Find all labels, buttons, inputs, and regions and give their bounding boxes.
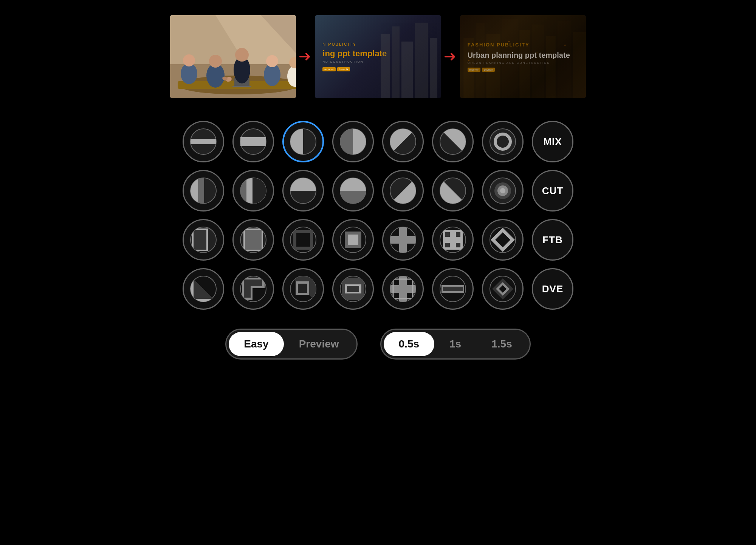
arrow-1 [296,50,315,63]
svg-point-37 [508,41,510,42]
btn-wipe-left-half[interactable] [282,121,324,162]
svg-rect-41 [191,139,216,144]
arrow-2 [441,50,460,63]
svg-point-84 [500,188,505,193]
svg-rect-65 [240,178,246,204]
svg-rect-34 [573,32,586,98]
btn-wipe-h-thin[interactable] [183,121,224,162]
svg-rect-20 [381,34,390,98]
btn-wipe-bottom-half[interactable] [332,170,374,212]
btn-cross-wipe-1[interactable] [382,219,424,261]
button-row-3: FTB [183,219,573,261]
thumb2-tag1: reporter [322,67,336,71]
svg-rect-143 [443,287,463,291]
svg-rect-70 [290,178,316,191]
btn-box-wipe-3[interactable] [282,219,324,261]
svg-rect-96 [296,233,310,247]
btn-wipe-right-half[interactable] [332,121,374,162]
svg-point-35 [468,60,469,61]
btn-cross-wipe-2[interactable] [432,219,474,261]
svg-rect-104 [390,236,416,244]
svg-point-15 [266,55,278,67]
svg-rect-33 [557,21,571,98]
btn-box-wipe-1[interactable] [183,219,224,261]
btn-cut[interactable]: CUT [532,170,573,212]
svg-rect-61 [191,178,198,204]
btn-corner-wipe-1[interactable] [183,268,224,310]
svg-rect-49 [340,129,353,154]
svg-rect-43 [240,137,266,146]
btn-cross-wipe-3[interactable] [382,268,424,310]
bottom-controls: Easy Preview 0.5s 1s 1.5s [225,329,530,360]
svg-point-9 [183,54,195,66]
btn-box-wipe-2[interactable] [232,219,274,261]
svg-rect-22 [401,42,413,98]
time-pill-group: 0.5s 1s 1.5s [380,329,531,360]
svg-rect-24 [430,38,437,98]
btn-wipe-vert-left[interactable] [183,170,224,212]
svg-rect-124 [244,279,262,286]
svg-rect-31 [531,25,544,98]
svg-rect-73 [340,191,366,204]
btn-diamond-reveal[interactable] [482,219,524,261]
button-row-1: MIX [183,121,573,162]
svg-rect-74 [340,178,366,191]
btn-mix[interactable]: MIX [532,121,573,162]
btn-ftb[interactable]: FTB [532,219,573,261]
svg-rect-32 [546,36,556,98]
svg-rect-134 [347,286,359,292]
svg-rect-100 [348,235,358,245]
svg-point-11 [209,55,222,68]
btn-wipe-vert-right[interactable] [232,170,274,212]
btn-corner-wipe-3[interactable] [282,268,324,310]
btn-wipe-diagonal-4[interactable] [432,170,474,212]
svg-rect-138 [390,285,416,293]
preview-thumb-1 [170,15,296,98]
preview-area: N PUBLICITY ing ppt template ND CONSTRUC… [170,15,586,98]
preview-thumb-3: FASHION PUBLICITY Urban planning ppt tem… [460,15,586,98]
svg-point-13 [235,48,249,62]
svg-point-38 [536,52,538,54]
time-0.5s-button[interactable]: 0.5s [384,332,435,356]
btn-wipe-h-bar[interactable] [432,268,474,310]
btn-circle-reveal-inner[interactable] [482,170,524,212]
btn-wipe-diagonal-3[interactable] [382,170,424,212]
transition-buttons-area: MIX [183,121,573,310]
preview-thumb-2: N PUBLICITY ing ppt template ND CONSTRUC… [315,15,441,98]
time-1.5s-button[interactable]: 1.5s [476,332,527,356]
svg-point-36 [479,49,480,50]
btn-wipe-diagonal-2[interactable] [432,121,474,162]
btn-box-wipe-4[interactable] [332,219,374,261]
svg-rect-129 [298,284,307,293]
svg-rect-67 [253,178,266,204]
btn-dve[interactable]: DVE [532,268,573,310]
btn-wipe-h-medium[interactable] [232,121,274,162]
easy-button[interactable]: Easy [229,332,284,356]
svg-rect-27 [476,23,484,98]
svg-rect-62 [198,178,204,204]
svg-rect-7 [232,86,251,87]
btn-wipe-top-half[interactable] [282,170,324,212]
svg-rect-46 [290,129,303,154]
btn-wipe-diagonal-1[interactable] [382,121,424,162]
svg-rect-110 [443,237,463,243]
svg-rect-29 [502,19,518,98]
btn-corner-wipe-4[interactable] [332,268,374,310]
svg-rect-21 [392,26,400,98]
svg-rect-92 [245,230,262,250]
btn-diamond-reveal-2[interactable] [482,268,524,310]
btn-circle-reveal-outer[interactable] [482,121,524,162]
time-1s-button[interactable]: 1s [434,332,476,356]
btn-corner-wipe-2[interactable] [232,268,274,310]
preview-button[interactable]: Preview [284,332,354,356]
svg-rect-26 [463,38,474,98]
svg-rect-50 [353,129,366,154]
button-row-2: CUT [183,170,573,212]
svg-rect-30 [519,30,530,98]
svg-rect-66 [246,178,253,204]
svg-point-39 [564,45,566,46]
button-row-4: DVE [183,268,573,310]
svg-rect-28 [486,34,500,98]
svg-rect-23 [415,23,428,98]
svg-rect-88 [194,230,206,250]
